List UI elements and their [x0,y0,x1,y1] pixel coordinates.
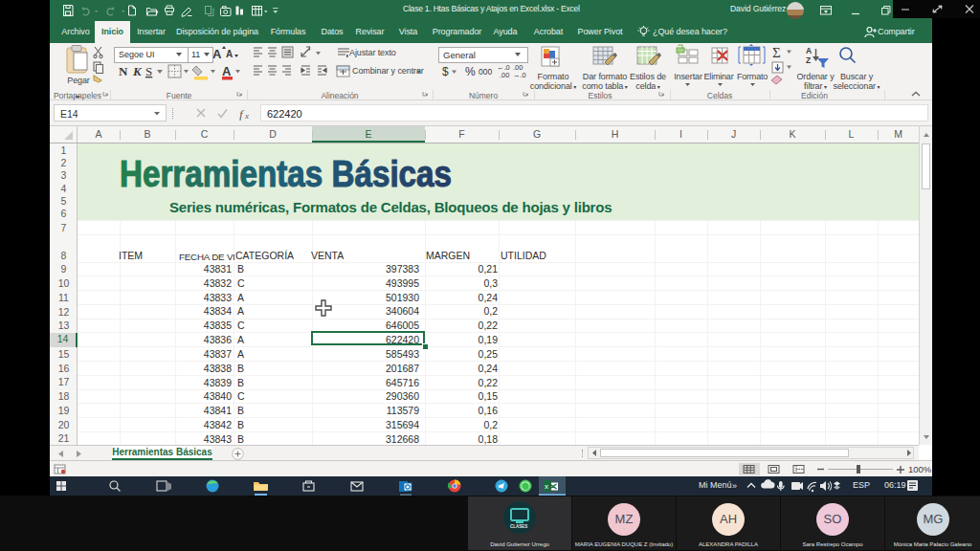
svg-text:A: A [212,47,222,61]
svg-text:A: A [222,64,232,78]
svg-text:Σ: Σ [772,45,781,60]
svg-text:»: » [732,481,737,491]
svg-text:%: % [465,65,476,78]
svg-text:A: A [226,49,233,59]
svg-text:000: 000 [479,67,492,77]
svg-text:K: K [132,64,143,78]
svg-text:x: x [244,111,249,121]
svg-text:N: N [119,64,128,78]
svg-text:S: S [145,64,152,78]
svg-text:Herramientas Básicas: Herramientas Básicas [120,153,452,194]
svg-text:Z: Z [806,55,811,65]
svg-text:.00: .00 [500,71,509,79]
svg-text:CLASES: CLASES [510,524,527,529]
svg-text:$: $ [442,65,449,78]
svg-text:x: x [545,482,548,491]
svg-text:A: A [806,46,812,55]
